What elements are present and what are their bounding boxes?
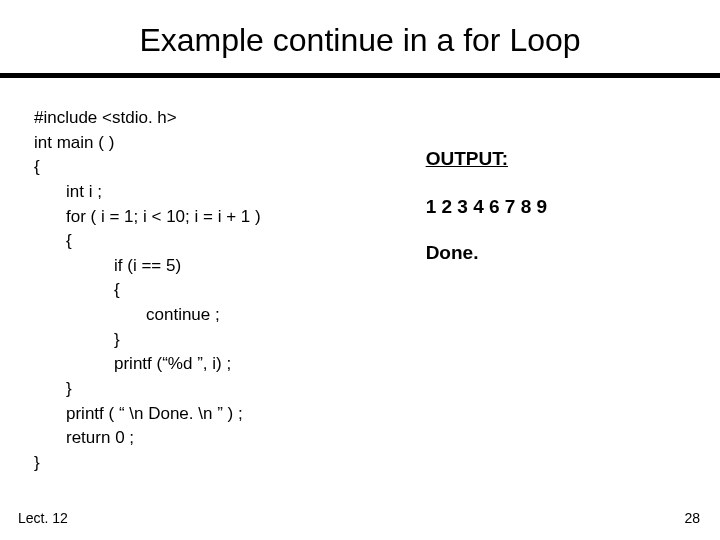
output-line: Done. bbox=[426, 242, 692, 264]
title-rule bbox=[0, 73, 720, 78]
footer-lecture: Lect. 12 bbox=[18, 510, 68, 526]
code-line: #include <stdio. h> bbox=[34, 106, 416, 131]
slide: Example continue in a for Loop #include … bbox=[0, 0, 720, 540]
code-line: } bbox=[34, 328, 416, 353]
code-line: int i ; bbox=[34, 180, 416, 205]
slide-title: Example continue in a for Loop bbox=[0, 0, 720, 73]
code-line: continue ; bbox=[34, 303, 416, 328]
output-label: OUTPUT: bbox=[426, 148, 692, 170]
code-line: } bbox=[34, 377, 416, 402]
code-line: if (i == 5) bbox=[34, 254, 416, 279]
code-column: #include <stdio. h> int main ( ) { int i… bbox=[34, 106, 416, 476]
code-line: { bbox=[34, 278, 416, 303]
code-line: int main ( ) bbox=[34, 131, 416, 156]
code-line: } bbox=[34, 451, 416, 476]
footer-page-number: 28 bbox=[684, 510, 700, 526]
code-line: return 0 ; bbox=[34, 426, 416, 451]
slide-body: #include <stdio. h> int main ( ) { int i… bbox=[0, 106, 720, 476]
output-column: OUTPUT: 1 2 3 4 6 7 8 9 Done. bbox=[416, 106, 692, 476]
code-line: { bbox=[34, 229, 416, 254]
code-line: printf ( “ \n Done. \n ” ) ; bbox=[34, 402, 416, 427]
output-line: 1 2 3 4 6 7 8 9 bbox=[426, 196, 692, 218]
code-line: { bbox=[34, 155, 416, 180]
code-line: for ( i = 1; i < 10; i = i + 1 ) bbox=[34, 205, 416, 230]
code-line: printf (“%d ”, i) ; bbox=[34, 352, 416, 377]
